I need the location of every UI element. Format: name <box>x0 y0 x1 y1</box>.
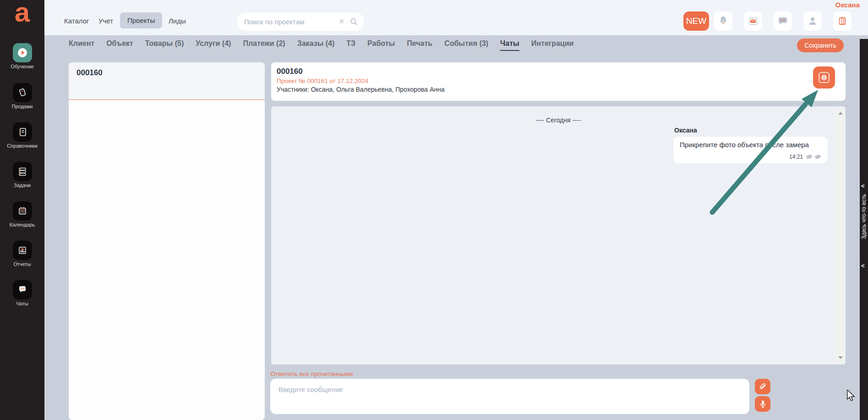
tab-chats[interactable]: Чаты <box>500 39 519 51</box>
calendar-icon <box>13 201 32 221</box>
sidebar: a Обучение Продажи Справочники Задачи <box>0 0 44 420</box>
search-icon[interactable] <box>350 18 358 26</box>
sidebar-item-sales[interactable]: Продажи <box>0 83 44 109</box>
chat-messages-panel: ---- Сегодня ---- Оксана Прикрепите фото… <box>271 106 846 365</box>
logout-icon <box>837 16 847 26</box>
tab-tz[interactable]: ТЗ <box>346 39 355 50</box>
day-divider: ---- Сегодня ---- <box>271 116 846 124</box>
tab-client[interactable]: Клиент <box>69 39 94 50</box>
mark-all-read-link[interactable]: Отметить все прочитанными <box>270 370 353 377</box>
paperclip-icon <box>759 382 767 391</box>
tasks-icon <box>13 162 32 181</box>
chat-list-panel: 000160 <box>69 62 265 420</box>
sidebar-item-reports[interactable]: Отчеты <box>0 241 44 267</box>
chevron-left-icon: < <box>861 262 865 269</box>
right-side-panel-toggle[interactable]: < Здесь что-то есть < <box>860 39 868 420</box>
clear-icon[interactable]: ✕ <box>338 17 344 26</box>
topbar: Каталог Учет Проекты Лиды ✕ Оксана NEW <box>44 0 868 35</box>
chat-subtitle[interactable]: Проект № 000161 от 17.12.2024 <box>277 77 840 84</box>
nav-leads[interactable]: Лиды <box>169 17 186 25</box>
tab-object[interactable]: Объект <box>106 39 133 50</box>
right-panel-label: Здесь что-то есть <box>861 194 867 239</box>
book-icon <box>13 122 32 142</box>
sidebar-item-chats[interactable]: Чаты <box>0 280 44 306</box>
nav-accounting[interactable]: Учет <box>98 17 113 25</box>
profile-button[interactable] <box>803 11 822 31</box>
message-bubble[interactable]: Прикрепите фото объекта после замера 14:… <box>673 137 828 163</box>
chat-list-item-number: 000160 <box>76 68 257 77</box>
chat-scrollbar[interactable] <box>836 109 844 362</box>
chat-bubble-icon <box>13 280 32 299</box>
mail-icon <box>748 16 758 26</box>
bell-icon <box>718 16 728 27</box>
sidebar-item-tasks[interactable]: Задачи <box>0 162 44 188</box>
current-user-name[interactable]: Оксана <box>835 1 860 9</box>
sidebar-item-calendar[interactable]: Календарь <box>0 201 44 227</box>
tab-events[interactable]: События (3) <box>444 39 488 50</box>
nav-projects[interactable]: Проекты <box>120 12 162 28</box>
sidebar-item-label: Чаты <box>0 301 44 306</box>
tag-icon <box>13 83 32 102</box>
app-logo[interactable]: a <box>0 0 44 28</box>
gear-icon <box>818 71 830 84</box>
message-input[interactable] <box>270 379 749 414</box>
sidebar-item-label: Календарь <box>0 222 44 227</box>
chat-list-item[interactable]: 000160 <box>69 62 265 100</box>
sidebar-item-label: Задачи <box>0 182 44 188</box>
tab-services[interactable]: Услуги (4) <box>196 39 231 50</box>
play-icon <box>13 43 32 62</box>
messages-button[interactable] <box>774 11 792 31</box>
scroll-down-arrow[interactable] <box>838 356 843 359</box>
user-icon <box>808 16 818 26</box>
microphone-icon <box>759 400 767 409</box>
message-author: Оксана <box>674 127 697 134</box>
chart-icon <box>13 241 32 260</box>
search-box: ✕ <box>237 12 364 31</box>
sidebar-item-label: Справочники <box>0 143 44 149</box>
tab-integrations[interactable]: Интеграции <box>531 39 574 50</box>
message-meta: 14:21 <box>789 154 821 160</box>
mail-button[interactable] <box>744 11 762 31</box>
tab-works[interactable]: Работы <box>367 39 395 50</box>
app-window: a Обучение Продажи Справочники Задачи <box>0 0 868 420</box>
scroll-up-arrow[interactable] <box>838 112 843 115</box>
project-tabs: Клиент Объект Товары (5) Услуги (4) Плат… <box>69 39 573 51</box>
save-button[interactable]: Сохранить <box>797 39 844 52</box>
sidebar-item-label: Отчеты <box>0 261 44 267</box>
voice-message-button[interactable] <box>755 396 770 412</box>
tab-orders[interactable]: Заказы (4) <box>297 39 335 50</box>
nav-catalog[interactable]: Каталог <box>64 17 89 25</box>
tab-goods[interactable]: Товары (5) <box>145 39 184 50</box>
chevron-left-icon: < <box>861 182 865 189</box>
sidebar-item-directories[interactable]: Справочники <box>0 122 44 149</box>
search-input[interactable] <box>243 17 338 26</box>
eye-off-icon <box>806 154 813 160</box>
chat-participants: Участники: Оксана, Ольга Валерьевна, Про… <box>277 86 840 93</box>
sidebar-item-label: Продажи <box>0 104 44 109</box>
eye-off-icon <box>814 154 821 160</box>
chat-header: 000160 Проект № 000161 от 17.12.2024 Уча… <box>271 62 846 101</box>
new-badge-button[interactable]: NEW <box>683 11 709 31</box>
sidebar-item-training[interactable]: Обучение <box>0 43 44 69</box>
mouse-cursor <box>846 390 857 402</box>
tab-print[interactable]: Печать <box>407 39 432 50</box>
logout-button[interactable] <box>833 11 852 31</box>
sidebar-item-label: Обучение <box>0 64 44 69</box>
chat-settings-button[interactable] <box>813 66 835 88</box>
attach-file-button[interactable] <box>755 379 770 394</box>
messages-icon <box>777 16 788 26</box>
notifications-button[interactable] <box>714 11 732 31</box>
message-time: 14:21 <box>789 154 803 160</box>
message-text: Прикрепите фото объекта после замера <box>680 141 821 149</box>
tab-payments[interactable]: Платежи (2) <box>243 39 285 50</box>
chat-title: 000160 <box>277 67 840 76</box>
